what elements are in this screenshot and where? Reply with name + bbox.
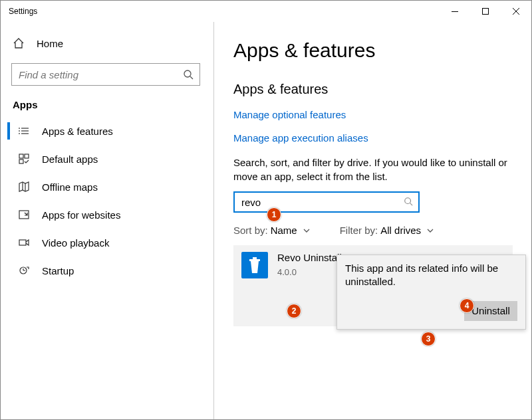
sidebar-item-apps-for-websites[interactable]: Apps for websites <box>7 201 205 229</box>
sidebar: Home Apps Apps & features Default apps <box>1 22 213 419</box>
close-button[interactable] <box>501 1 531 22</box>
sidebar-section-title: Apps <box>7 95 205 117</box>
home-label: Home <box>37 38 63 49</box>
svg-rect-12 <box>19 154 23 158</box>
sidebar-search[interactable] <box>11 63 200 86</box>
titlebar: Settings <box>1 1 531 22</box>
filter-by-dropdown[interactable]: Filter by: All drives <box>340 225 434 236</box>
link-execution-aliases[interactable]: Manage app execution aliases <box>233 132 521 144</box>
annotation-badge-3: 3 <box>421 332 436 346</box>
svg-rect-0 <box>452 11 458 12</box>
chevron-down-icon <box>424 227 434 235</box>
sidebar-item-startup[interactable]: Startup <box>7 257 205 284</box>
minimize-button[interactable] <box>440 1 470 22</box>
find-setting-input[interactable] <box>11 63 200 86</box>
svg-line-5 <box>190 76 193 79</box>
sort-by-dropdown[interactable]: Sort by: Name <box>233 225 311 236</box>
startup-icon <box>18 264 30 276</box>
svg-rect-23 <box>253 257 257 259</box>
websites-icon <box>18 209 30 221</box>
sidebar-item-default-apps[interactable]: Default apps <box>7 145 205 173</box>
video-icon <box>18 237 30 249</box>
home-icon <box>13 37 25 49</box>
svg-point-20 <box>405 198 411 204</box>
uninstall-confirm-popup: This app and its related info will be un… <box>336 255 526 330</box>
annotation-badge-1: 1 <box>267 207 281 222</box>
app-icon <box>241 252 268 278</box>
sidebar-item-label: Default apps <box>42 154 98 165</box>
main-panel: Apps & features Apps & features Manage o… <box>213 22 531 419</box>
sidebar-item-label: Video playback <box>42 237 109 249</box>
sort-label: Sort by: <box>233 225 268 236</box>
list-icon <box>18 125 30 137</box>
sidebar-item-video-playback[interactable]: Video playback <box>7 229 205 257</box>
sidebar-home[interactable]: Home <box>7 30 205 56</box>
filter-value: All drives <box>380 225 421 236</box>
app-search[interactable] <box>233 191 420 213</box>
window-controls <box>440 1 531 22</box>
window-title: Settings <box>9 7 37 16</box>
sidebar-item-label: Apps for websites <box>42 209 120 221</box>
svg-line-21 <box>410 203 413 206</box>
popup-text: This app and its related info will be un… <box>345 262 517 289</box>
annotation-badge-4: 4 <box>460 298 474 313</box>
page-title: Apps & features <box>233 39 521 62</box>
maximize-button[interactable] <box>470 1 501 22</box>
annotation-badge-2: 2 <box>287 304 301 318</box>
search-icon <box>183 69 194 80</box>
svg-rect-22 <box>249 259 260 261</box>
sidebar-item-offline-maps[interactable]: Offline maps <box>7 173 205 201</box>
svg-rect-18 <box>19 240 26 245</box>
sort-value: Name <box>271 225 297 236</box>
description-text: Search, sort, and filter by drive. If yo… <box>233 156 513 183</box>
link-optional-features[interactable]: Manage optional features <box>233 109 521 120</box>
app-search-input[interactable] <box>233 191 420 213</box>
sidebar-item-apps-features[interactable]: Apps & features <box>7 117 205 145</box>
sidebar-item-label: Apps & features <box>42 126 113 137</box>
section-title: Apps & features <box>233 82 521 97</box>
filter-label: Filter by: <box>340 225 378 236</box>
svg-point-4 <box>184 70 191 77</box>
svg-rect-13 <box>25 154 29 158</box>
svg-rect-1 <box>483 9 489 15</box>
defaults-icon <box>18 153 30 165</box>
search-icon <box>404 197 413 206</box>
chevron-down-icon <box>300 227 311 235</box>
svg-rect-14 <box>19 159 23 163</box>
sidebar-item-label: Startup <box>42 265 74 276</box>
map-icon <box>18 181 30 193</box>
sidebar-item-label: Offline maps <box>42 181 98 193</box>
